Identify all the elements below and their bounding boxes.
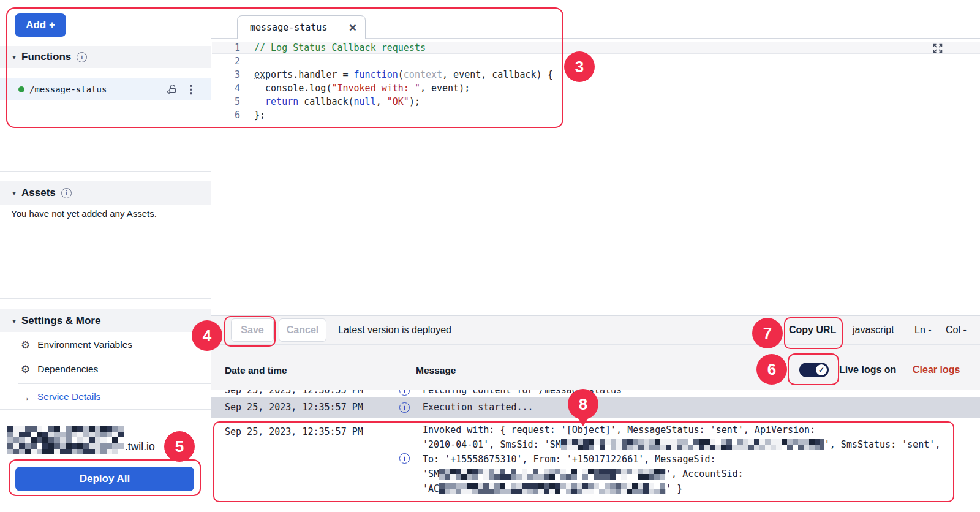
- annotation-step-3: 3: [564, 51, 595, 82]
- clear-logs-button[interactable]: Clear logs: [913, 364, 960, 375]
- settings-title: Settings & More: [21, 315, 100, 327]
- annotation-step-7: 7: [752, 318, 783, 348]
- chevron-down-icon: ▾: [12, 317, 16, 325]
- gear-icon: ⚙: [21, 363, 30, 376]
- sidebar-item-dependencies[interactable]: ⚙ Dependencies: [0, 359, 211, 380]
- info-icon[interactable]: i: [61, 188, 72, 198]
- sidebar-item-environment-variables[interactable]: ⚙ Environment Variables: [0, 334, 211, 355]
- settings-item-label: Dependencies: [37, 364, 98, 375]
- log-timestamp: Sep 25, 2023, 12:35:57 PM: [225, 402, 363, 413]
- sidebar-item-service-details[interactable]: → Service Details: [0, 386, 211, 407]
- divider: [0, 171, 211, 172]
- service-details-link: Service Details: [37, 391, 100, 402]
- assets-section-header[interactable]: ▾ Assets i: [0, 181, 211, 205]
- annotation-step-5: 5: [164, 431, 195, 462]
- annotation-step-6: 6: [756, 354, 787, 385]
- annotation-box-editor: [6, 7, 564, 128]
- log-message: Execution started...: [423, 402, 533, 413]
- gear-icon: ⚙: [21, 339, 30, 352]
- arrow-right-icon: →: [21, 392, 30, 402]
- assets-title: Assets: [21, 187, 56, 199]
- log-timestamp: Sep 25, 2023, 12:30:55 PM: [225, 390, 363, 396]
- info-icon: i: [399, 402, 410, 413]
- cancel-button[interactable]: Cancel: [279, 318, 326, 342]
- message-column-header: Message: [416, 365, 456, 376]
- language-indicator: javascript: [853, 325, 894, 336]
- annotation-box-deploy: [9, 459, 201, 496]
- column-indicator: Col -: [946, 325, 967, 336]
- twilio-functions-editor: Add + ▾ Functions i /message-status ⋮ ▾ …: [0, 0, 980, 512]
- settings-item-label: Environment Variables: [37, 339, 132, 350]
- domain-suffix: .twil.io: [125, 440, 155, 453]
- annotation-step-8: 8: [568, 389, 598, 420]
- redacted-service-domain: [7, 426, 124, 454]
- annotation-box-copy-url: [784, 317, 843, 349]
- divider: [18, 383, 211, 384]
- divider: [0, 409, 211, 410]
- settings-section-header[interactable]: ▾ Settings & More: [0, 309, 211, 332]
- annotation-box-toggle: [788, 353, 839, 385]
- chevron-down-icon: ▾: [12, 189, 16, 197]
- annotation-step-4: 4: [192, 320, 222, 351]
- annotation-box-log-entry: [213, 421, 954, 502]
- divider: [0, 298, 211, 299]
- live-logs-label: Live logs on: [839, 364, 896, 375]
- info-icon: i: [399, 390, 410, 396]
- expand-editor-icon[interactable]: [932, 43, 943, 56]
- line-indicator: Ln -: [914, 325, 932, 336]
- assets-empty-message: You have not yet added any Assets.: [11, 208, 157, 219]
- annotation-box-save: [224, 316, 276, 347]
- date-column-header: Date and time: [225, 365, 287, 376]
- deploy-status-message: Latest version is deployed: [338, 325, 451, 336]
